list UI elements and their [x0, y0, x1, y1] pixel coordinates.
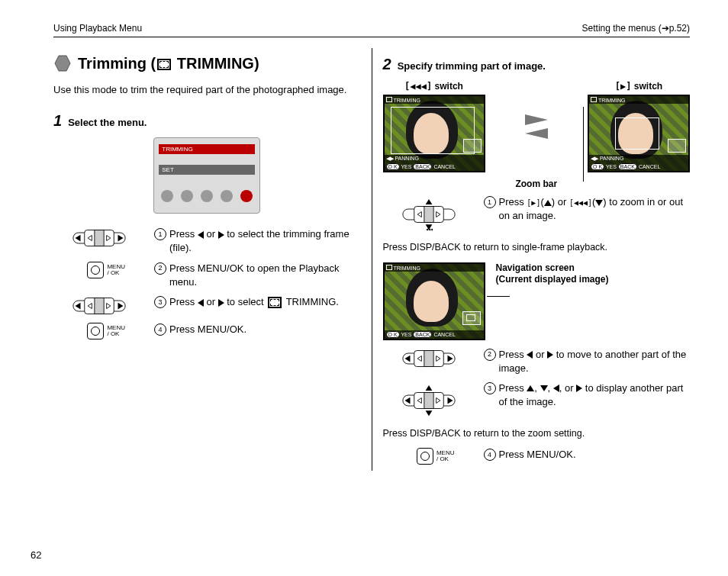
step-1-substep-1: 1 Press or to select the trimming frame …: [53, 227, 361, 255]
svg-marker-36: [425, 385, 432, 391]
dpad-4way-icon: [402, 381, 456, 420]
dpad-horizontal-icon: [72, 295, 126, 317]
svg-marker-37: [425, 410, 432, 416]
svg-rect-10: [95, 298, 104, 314]
svg-text:◀◀◀: ◀◀◀: [425, 227, 433, 231]
substep-number-1: 1: [154, 228, 166, 240]
arrow-right-icon: [525, 114, 548, 125]
menu-ok-button-icon: [87, 262, 104, 278]
substep-number-2: 2: [154, 262, 166, 275]
step-2-heading: 2 Specify trimming part of image.: [383, 56, 691, 73]
page-number: 62: [31, 549, 41, 561]
step-2-substep-1: ▶ ◀◀◀ 1 Press [▶]() or [◀◀◀]() to zoom i…: [383, 195, 691, 233]
menu-ok-button-icon: [417, 448, 433, 465]
zoom-bar-label: Zoom bar: [383, 179, 691, 189]
lcd-zoom-out: TRIMMING ◀▶ PANNING O K YES BACK CANCEL: [383, 95, 485, 172]
dpad-horizontal-icon: [72, 227, 126, 249]
zoom-rocker-icon: ▶ ◀◀◀: [402, 195, 456, 233]
hexagon-icon: [53, 54, 72, 72]
note-disp-back-1: Press DISP/BACK to return to single-fram…: [383, 241, 691, 255]
svg-marker-0: [55, 56, 70, 71]
column-right: 2 Specify trimming part of image. [◀◀◀] …: [372, 48, 691, 471]
step-2-substep-4: MENU / OK 4 Press MENU/OK.: [383, 448, 691, 465]
menu-ok-label: MENU / OK: [107, 325, 125, 337]
arrow-left-icon: [525, 128, 548, 139]
zoom-switch-illustration: [◀◀◀] switch TRIMMING ◀▶ PANNING O K YES…: [383, 81, 691, 172]
intro-text: Use this mode to trim the required part …: [53, 83, 361, 97]
trimming-icon: [157, 59, 171, 70]
column-left: Trimming ( TRIMMING) Use this mode to tr…: [53, 48, 372, 471]
lcd-zoom-in: TRIMMING ◀▶ PANNING O K YES BACK CANCEL: [588, 95, 690, 172]
menu-ok-label: MENU / OK: [436, 450, 455, 462]
substep-number-3: 3: [484, 382, 496, 394]
step-2-substep-3: 3 Press , , , or to display another part…: [383, 381, 691, 420]
svg-rect-3: [95, 230, 104, 246]
substep-number-4: 4: [484, 449, 496, 461]
step-1-substep-4: MENU / OK 4 Press MENU/OK.: [53, 323, 361, 339]
substep-number-2: 2: [484, 349, 496, 361]
step-1-heading: 1 Select the menu.: [53, 112, 361, 130]
navigation-caption: Navigation screen (Current displayed ima…: [496, 262, 691, 286]
svg-rect-33: [424, 392, 433, 408]
step-1-substep-2: MENU / OK 2 Press MENU/OK to open the Pl…: [53, 262, 361, 289]
menu-ok-label: MENU / OK: [107, 264, 125, 276]
dpad-horizontal-icon: [402, 348, 456, 369]
navigation-screen-row: TRIMMING O K YES BACK CANCEL Navigation …: [383, 262, 691, 340]
header-right: Setting the menus (➔p.52): [582, 23, 690, 34]
svg-rect-17: [424, 207, 433, 223]
substep-number-1: 1: [484, 196, 496, 208]
menu-ok-button-icon: [87, 323, 104, 339]
menu-screenshot: TRIMMING SET: [153, 137, 260, 214]
svg-rect-26: [424, 350, 433, 366]
section-title: Trimming ( TRIMMING): [53, 54, 361, 72]
lcd-navigation-screen: TRIMMING O K YES BACK CANCEL: [383, 262, 485, 340]
header-left: Using Playback Menu: [53, 23, 142, 34]
step-1-substep-3: 3 Press or to select TRIMMING.: [53, 295, 361, 317]
substep-number-3: 3: [154, 296, 166, 308]
substep-number-4: 4: [154, 323, 166, 336]
note-disp-back-2: Press DISP/BACK to return to the zoom se…: [383, 427, 691, 441]
step-2-substep-2: 2 Press or to move to another part of th…: [383, 348, 691, 375]
